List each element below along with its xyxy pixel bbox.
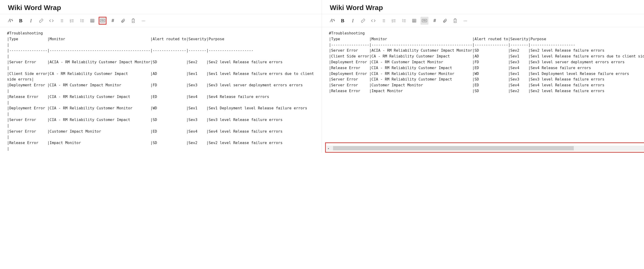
numbered-list-icon: [392, 18, 396, 23]
page-title-input[interactable]: [329, 2, 644, 13]
paperclip-icon: [442, 18, 447, 23]
word-wrap-button[interactable]: Abc: [420, 17, 428, 25]
clipboard-icon: [131, 18, 136, 23]
svg-rect-0: [91, 19, 94, 22]
table-icon: [412, 18, 416, 23]
editor-pane-nowrap: A ▾ B I Abc #: [322, 0, 644, 153]
bold-button[interactable]: B: [339, 17, 346, 25]
content-text: #Troubleshooting |Type |Monitor |Alert r…: [329, 31, 644, 94]
clipboard-icon: [453, 18, 458, 23]
more-button[interactable]: ···: [462, 17, 469, 25]
scroll-thumb[interactable]: [333, 146, 574, 150]
bullet-list-icon: [59, 18, 64, 23]
checklist-button[interactable]: [78, 17, 86, 25]
table-button[interactable]: [88, 17, 96, 25]
code-button[interactable]: [369, 17, 377, 25]
toolbar: A ▾ B I Abc #: [0, 14, 322, 27]
italic-button[interactable]: I: [27, 17, 35, 25]
code-button[interactable]: [48, 17, 55, 25]
bullet-list-button[interactable]: [380, 17, 388, 25]
title-area: [0, 0, 322, 14]
more-button[interactable]: ···: [140, 17, 148, 25]
chevron-down-icon: ▾: [12, 19, 13, 22]
code-icon: [371, 18, 376, 23]
code-icon: [49, 18, 54, 23]
svg-rect-1: [132, 19, 134, 23]
format-dropdown[interactable]: A ▾: [328, 17, 336, 25]
link-button[interactable]: [37, 17, 45, 25]
italic-button[interactable]: I: [349, 17, 357, 25]
editor-content-wrapped[interactable]: #Troubleshooting |Type |Monitor |Alert r…: [0, 27, 322, 153]
title-area: [322, 0, 644, 14]
workitem-button[interactable]: [451, 17, 459, 25]
editor-content-nowrap[interactable]: #Troubleshooting |Type |Monitor |Alert r…: [322, 27, 644, 153]
svg-rect-3: [454, 19, 456, 23]
word-wrap-icon: Abc: [100, 19, 105, 22]
numbered-list-button[interactable]: [390, 17, 398, 25]
workitem-button[interactable]: [129, 17, 137, 25]
checklist-icon: [80, 18, 84, 23]
numbered-list-icon: [70, 18, 74, 23]
content-text: #Troubleshooting |Type |Monitor |Alert r…: [7, 31, 315, 152]
chevron-down-icon: ▾: [334, 19, 335, 22]
link-icon: [39, 18, 44, 23]
table-icon: [90, 18, 95, 23]
link-button[interactable]: [359, 17, 367, 25]
mention-hash-button[interactable]: #: [109, 17, 117, 25]
numbered-list-button[interactable]: [68, 17, 76, 25]
format-dropdown[interactable]: A ▾: [6, 17, 14, 25]
word-wrap-icon: Abc: [422, 19, 427, 22]
attachment-button[interactable]: [119, 17, 127, 25]
table-button[interactable]: [410, 17, 418, 25]
paperclip-icon: [121, 18, 125, 23]
horizontal-scrollbar[interactable]: ◂ ▸: [326, 146, 644, 151]
scroll-track[interactable]: [330, 146, 644, 151]
word-wrap-button[interactable]: Abc: [98, 17, 106, 25]
checklist-icon: [402, 18, 406, 23]
page-title-input[interactable]: [7, 2, 315, 13]
bold-button[interactable]: B: [17, 17, 25, 25]
svg-rect-2: [412, 19, 416, 22]
attachment-button[interactable]: [441, 17, 449, 25]
link-icon: [361, 18, 366, 23]
mention-hash-button[interactable]: #: [431, 17, 439, 25]
bullet-list-icon: [381, 18, 386, 23]
bullet-list-button[interactable]: [58, 17, 66, 25]
checklist-button[interactable]: [400, 17, 408, 25]
scroll-left-arrow[interactable]: ◂: [326, 146, 330, 151]
editor-pane-wrapped: A ▾ B I Abc #: [0, 0, 322, 153]
toolbar: A ▾ B I Abc #: [322, 14, 644, 27]
